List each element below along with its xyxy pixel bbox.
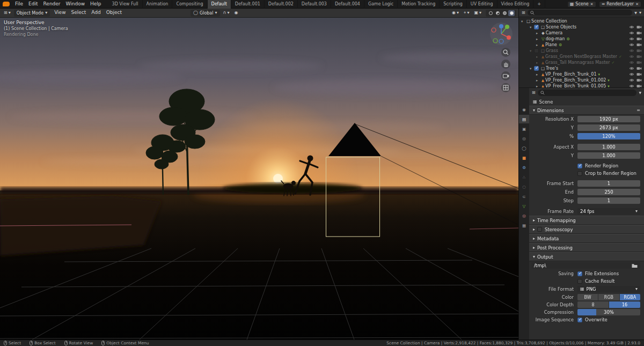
panel-section-header[interactable]: Metadata (529, 234, 644, 243)
enum-option[interactable]: 16 (609, 301, 640, 308)
hide-in-viewport-eye-icon[interactable] (629, 67, 634, 70)
workspace-tab[interactable]: Default.001 (231, 0, 265, 9)
number-field[interactable]: 1920 px (577, 116, 640, 122)
checkbox[interactable] (577, 318, 582, 322)
outliner-row[interactable]: ▸ VP_Free_Birch_Trunk_01.005 ▾ (519, 83, 644, 87)
camera-view-button[interactable] (501, 71, 510, 80)
properties-search-input[interactable] (538, 90, 637, 96)
enum-option[interactable]: BW (577, 294, 598, 300)
workspace-tab[interactable]: 3D View Full (108, 0, 143, 9)
workspace-tab[interactable]: UV Editing (467, 0, 497, 9)
hide-in-viewport-eye-icon[interactable] (629, 37, 634, 41)
outliner-row[interactable]: ▾ Tree's (519, 65, 644, 71)
checkbox[interactable] (577, 279, 582, 284)
renderlayer-selector[interactable]: RenderLayer (599, 1, 641, 8)
disclosure-triangle-icon[interactable]: ▸ (536, 61, 540, 65)
menu-item[interactable]: Render (41, 0, 63, 9)
shading-solid-button[interactable] (494, 10, 501, 16)
properties-tab[interactable] (519, 192, 529, 201)
navigation-gizmo[interactable] (489, 22, 513, 47)
outliner-row[interactable]: ▸ Grass_Tall Mannagrass Master ✓ (519, 60, 644, 65)
disclosure-triangle-icon[interactable]: ▾ (530, 25, 534, 30)
collection-exclude-checkbox[interactable] (534, 66, 539, 71)
outliner-row-scene-collection[interactable]: ▾ Scene Collection (519, 18, 644, 24)
filter-icon[interactable] (639, 91, 641, 95)
folder-icon[interactable] (632, 263, 638, 268)
disable-in-renders-camera-icon[interactable] (636, 25, 642, 29)
workspace-tab[interactable]: Game Logic (364, 0, 398, 9)
outliner-row[interactable]: ▾ Scene Objects (519, 24, 644, 30)
disable-in-renders-camera-icon[interactable] (636, 37, 642, 41)
object-visibility-dropdown[interactable] (450, 10, 460, 17)
menu-item[interactable]: File (12, 0, 26, 9)
disable-in-renders-camera-icon[interactable] (636, 31, 642, 35)
perspective-toggle-button[interactable] (501, 83, 510, 92)
disclosure-triangle-icon[interactable]: ▸ (536, 31, 540, 35)
hide-in-viewport-eye-icon[interactable] (629, 72, 634, 76)
properties-tab[interactable] (519, 202, 529, 210)
workspace-tab[interactable]: Default (208, 0, 231, 9)
disclosure-triangle-icon[interactable]: ▸ (536, 72, 540, 77)
disclosure-triangle-icon[interactable]: ▸ (536, 78, 540, 83)
section-output[interactable]: Output (529, 252, 644, 261)
workspace-tab[interactable]: Video Editing (497, 0, 534, 9)
disclosure-triangle-icon[interactable]: ▸ (536, 43, 540, 47)
workspace-tab[interactable]: Scripting (440, 0, 467, 9)
workspace-tab[interactable]: Default.004 (331, 0, 364, 9)
panel-section-header[interactable]: Post Processing (529, 243, 644, 252)
viewport-menu-item[interactable]: Add (89, 9, 103, 17)
disable-in-renders-camera-icon[interactable] (636, 43, 642, 47)
unlink-scene-icon[interactable] (590, 2, 594, 6)
workspace-tab[interactable]: Animation (143, 0, 173, 9)
move-view-button[interactable] (501, 60, 510, 69)
checkbox[interactable] (577, 271, 582, 276)
snap-toggle[interactable] (222, 10, 231, 17)
shading-rendered-button[interactable] (508, 10, 515, 16)
file-format-dropdown[interactable]: PNG (577, 286, 640, 292)
properties-tab[interactable] (519, 105, 529, 114)
zoom-button[interactable] (501, 48, 510, 57)
disclosure-triangle-icon[interactable]: ▾ (530, 67, 534, 71)
disable-in-renders-camera-icon[interactable] (636, 67, 642, 70)
menu-item[interactable]: Window (63, 0, 88, 9)
properties-tab[interactable] (519, 221, 529, 230)
number-field[interactable]: 2673 px (577, 124, 640, 131)
properties-tab[interactable] (519, 173, 529, 181)
editor-type-icon[interactable] (522, 11, 525, 15)
properties-tab[interactable] (519, 124, 529, 133)
viewport-menu-item[interactable]: Select (69, 9, 89, 17)
viewport-menu-item[interactable]: Object (104, 9, 125, 17)
outliner-row[interactable]: ▸ dog-man ⚙ (519, 36, 644, 42)
enum-option[interactable]: RGB (598, 294, 619, 300)
disable-in-renders-camera-icon[interactable] (636, 72, 642, 76)
hide-in-viewport-eye-icon[interactable] (629, 49, 634, 53)
properties-tab[interactable] (519, 115, 529, 123)
enum-option[interactable]: RGBA (620, 294, 640, 300)
workspace-tab[interactable]: Default.002 (265, 0, 298, 9)
frame-rate-dropdown[interactable]: 24 fps (577, 208, 640, 215)
compression-slider[interactable]: 30% (577, 309, 640, 315)
editor-type-icon[interactable] (532, 91, 536, 95)
panel-options-icon[interactable] (636, 108, 640, 113)
hide-in-viewport-eye-icon[interactable] (629, 43, 634, 47)
properties-tab[interactable] (519, 153, 529, 162)
filter-icon[interactable] (634, 11, 637, 15)
disable-in-renders-camera-icon[interactable] (636, 49, 642, 53)
properties-tab[interactable] (519, 134, 529, 143)
editor-type-button[interactable] (2, 10, 12, 17)
outliner-row[interactable]: ▾ Grass (519, 48, 644, 54)
menu-item[interactable]: Edit (26, 0, 40, 9)
section-dimensions[interactable]: Dimensions (529, 106, 644, 115)
blender-logo-icon[interactable] (3, 2, 10, 6)
workspace-tab[interactable]: Motion Tracking (398, 0, 440, 9)
panel-section-header[interactable]: Stereoscopy (529, 225, 644, 234)
viewport-canvas[interactable]: User Perspective (1) Scene Collection | … (0, 18, 518, 340)
workspace-tab[interactable]: Compositing (172, 0, 207, 9)
chevron-down-icon[interactable] (639, 11, 641, 15)
section-checkbox[interactable] (537, 227, 542, 232)
overlays-dropdown[interactable] (472, 10, 483, 17)
collection-exclude-checkbox[interactable] (534, 48, 539, 53)
number-field[interactable]: 120% (577, 133, 640, 139)
outliner-row[interactable]: ▸ Plane ⚙ (519, 42, 644, 48)
menu-item[interactable]: Help (87, 0, 104, 9)
